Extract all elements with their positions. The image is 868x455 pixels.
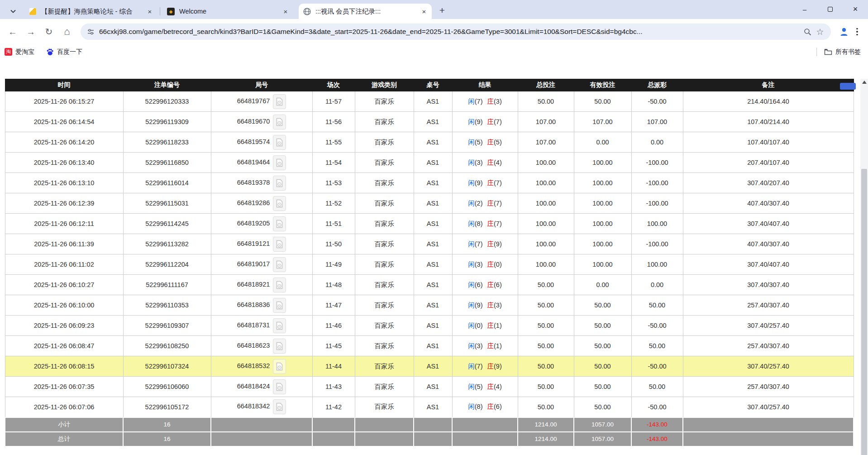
cell-payout: -50.00 [631,397,683,417]
summary-label: 总计 [5,432,123,446]
profile-avatar-icon[interactable] [836,24,852,39]
column-header: 游戏类别 [355,79,414,91]
window-controls: – × [792,0,868,18]
video-replay-button[interactable] [273,237,286,252]
welcome-favicon-icon: ◆ [167,8,175,15]
cell-total-bet: 50.00 [518,295,574,316]
cell-session: 11-43 [312,377,355,397]
column-header: 有效投注 [574,79,631,91]
video-replay-button[interactable] [273,257,286,272]
video-replay-button[interactable] [273,155,286,170]
partial-button[interactable] [840,83,856,90]
cell-result: 闲(2) 庄(7) [452,193,518,214]
video-replay-button[interactable] [273,176,286,191]
video-file-icon [276,138,283,147]
close-tab-icon[interactable]: × [420,7,428,15]
scrollbar-thumb[interactable] [861,169,867,455]
all-bookmarks-button[interactable]: 所有书签 [824,48,861,56]
bet-records-table: 时间注单编号局号场次游戏类别桌号结果总投注有效投注总派彩备注 2025-11-2… [5,79,854,447]
cell-session: 11-56 [312,112,355,132]
cell-valid-bet: 50.00 [574,295,631,316]
summary-total-bet: 1214.00 [518,417,574,432]
table-row: 2025-11-26 06:08:15 522996107324 6648185… [5,356,854,377]
zoom-icon[interactable] [801,25,814,38]
browser-menu-icon[interactable] [852,24,863,39]
video-replay-button[interactable] [273,216,286,231]
cell-round: 664819767 [211,91,312,112]
new-tab-button[interactable]: + [435,4,449,17]
video-replay-button[interactable] [273,278,286,292]
close-window-button[interactable]: × [843,0,868,18]
cell-bet-id: 522996108250 [123,336,211,356]
video-file-icon [276,383,283,391]
cell-remark: 257.40/307.40 [683,336,854,356]
scrollbar[interactable] [860,79,868,455]
video-file-icon [276,321,283,330]
minimize-button[interactable]: – [792,0,817,18]
cell-round: 664819378 [211,173,312,193]
summary-valid-bet: 1057.00 [574,432,631,446]
cell-remark: 257.40/307.40 [683,377,854,397]
column-header: 注单编号 [123,79,211,91]
tab-title: 【新提醒】海燕策略论坛 - 综合 [41,7,146,16]
video-replay-button[interactable] [273,379,286,394]
video-replay-button[interactable] [273,94,286,109]
home-button[interactable]: ⌂ [59,24,75,39]
cell-session: 11-44 [312,356,355,377]
cell-table-no: AS1 [414,377,452,397]
cell-game-type: 百家乐 [355,397,414,417]
bookmark-baidu[interactable]: 百度一下 [46,48,82,56]
bookmark-label: 百度一下 [57,48,82,56]
cell-total-bet: 50.00 [518,336,574,356]
cell-session: 11-52 [312,193,355,214]
tab-search-button[interactable] [6,4,20,19]
address-bar[interactable]: 66cxkj98.com/game/betrecord_search/kind3… [81,24,831,40]
cell-time: 2025-11-26 06:13:10 [5,173,123,193]
round-id: 664818731 [237,321,270,329]
video-replay-button[interactable] [273,339,286,354]
cell-game-type: 百家乐 [355,275,414,295]
video-replay-button[interactable] [273,359,286,374]
close-tab-icon[interactable]: × [146,7,154,15]
round-id: 664819286 [237,199,270,206]
cell-payout: 100.00 [631,214,683,234]
cell-time: 2025-11-26 06:15:27 [5,91,123,112]
cell-round: 664819670 [211,112,312,132]
close-tab-icon[interactable]: × [281,7,290,15]
site-settings-icon[interactable] [87,28,95,36]
video-replay-button[interactable] [273,135,286,150]
round-id: 664819767 [237,97,270,105]
tab-welcome[interactable]: ◆ Welcome × [162,4,293,19]
video-replay-button[interactable] [273,318,286,333]
cell-total-bet: 100.00 [518,153,574,173]
cell-time: 2025-11-26 06:10:27 [5,275,123,295]
maximize-button[interactable] [817,0,843,18]
tab-bet-records[interactable]: :::视讯 会员下注纪录::: × [299,4,432,19]
video-replay-button[interactable] [273,115,286,129]
cell-payout: -50.00 [631,316,683,336]
bookmark-star-icon[interactable]: ☆ [814,25,826,38]
video-replay-button[interactable] [273,399,286,414]
scroll-up-button[interactable] [860,79,868,86]
bookmark-taobao[interactable]: 淘 爱淘宝 [5,48,34,56]
forward-button[interactable]: → [23,24,38,39]
cell-payout: 107.00 [631,112,683,132]
back-button[interactable]: ← [5,24,20,39]
column-header: 桌号 [414,79,452,91]
cell-round: 664818342 [211,397,312,417]
tab-forum[interactable]: 【新提醒】海燕策略论坛 - 综合 × [24,4,157,19]
folder-icon [824,48,832,55]
cell-bet-id: 522996119309 [123,112,211,132]
video-replay-button[interactable] [273,298,286,313]
cell-time: 2025-11-26 06:12:39 [5,193,123,214]
cell-session: 11-42 [312,397,355,417]
cell-remark: 407.40/307.40 [683,193,854,214]
reload-button[interactable]: ↻ [41,24,57,39]
cell-time: 2025-11-26 06:08:47 [5,336,123,356]
cell-valid-bet: 100.00 [574,214,631,234]
video-replay-button[interactable] [273,196,286,211]
cell-valid-bet: 0.00 [574,132,631,153]
cell-session: 11-47 [312,295,355,316]
cell-round: 664819205 [211,214,312,234]
url-text: 66cxkj98.com/game/betrecord_search/kind3… [99,28,801,36]
